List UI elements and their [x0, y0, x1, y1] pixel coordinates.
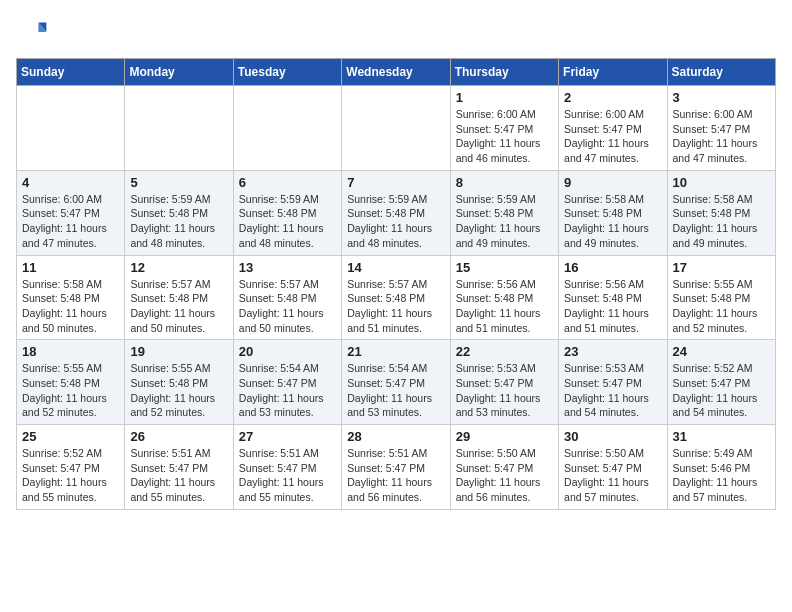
day-number: 3	[673, 90, 770, 105]
calendar-cell: 18Sunrise: 5:55 AM Sunset: 5:48 PM Dayli…	[17, 340, 125, 425]
day-info: Sunrise: 6:00 AM Sunset: 5:47 PM Dayligh…	[456, 107, 553, 166]
day-number: 11	[22, 260, 119, 275]
weekday-header-sunday: Sunday	[17, 59, 125, 86]
day-info: Sunrise: 5:51 AM Sunset: 5:47 PM Dayligh…	[239, 446, 336, 505]
day-info: Sunrise: 5:51 AM Sunset: 5:47 PM Dayligh…	[347, 446, 444, 505]
calendar-cell: 16Sunrise: 5:56 AM Sunset: 5:48 PM Dayli…	[559, 255, 667, 340]
day-info: Sunrise: 5:55 AM Sunset: 5:48 PM Dayligh…	[130, 361, 227, 420]
day-number: 9	[564, 175, 661, 190]
calendar-cell	[17, 86, 125, 171]
week-row-3: 11Sunrise: 5:58 AM Sunset: 5:48 PM Dayli…	[17, 255, 776, 340]
day-info: Sunrise: 5:50 AM Sunset: 5:47 PM Dayligh…	[456, 446, 553, 505]
calendar-cell: 7Sunrise: 5:59 AM Sunset: 5:48 PM Daylig…	[342, 170, 450, 255]
day-info: Sunrise: 5:58 AM Sunset: 5:48 PM Dayligh…	[564, 192, 661, 251]
week-row-5: 25Sunrise: 5:52 AM Sunset: 5:47 PM Dayli…	[17, 425, 776, 510]
day-info: Sunrise: 5:55 AM Sunset: 5:48 PM Dayligh…	[673, 277, 770, 336]
day-number: 30	[564, 429, 661, 444]
weekday-header-row: SundayMondayTuesdayWednesdayThursdayFrid…	[17, 59, 776, 86]
calendar-cell: 8Sunrise: 5:59 AM Sunset: 5:48 PM Daylig…	[450, 170, 558, 255]
day-number: 10	[673, 175, 770, 190]
calendar-cell: 24Sunrise: 5:52 AM Sunset: 5:47 PM Dayli…	[667, 340, 775, 425]
day-number: 12	[130, 260, 227, 275]
day-number: 24	[673, 344, 770, 359]
day-number: 14	[347, 260, 444, 275]
day-info: Sunrise: 5:53 AM Sunset: 5:47 PM Dayligh…	[564, 361, 661, 420]
calendar-cell: 31Sunrise: 5:49 AM Sunset: 5:46 PM Dayli…	[667, 425, 775, 510]
day-info: Sunrise: 5:58 AM Sunset: 5:48 PM Dayligh…	[673, 192, 770, 251]
day-info: Sunrise: 5:58 AM Sunset: 5:48 PM Dayligh…	[22, 277, 119, 336]
calendar-cell: 19Sunrise: 5:55 AM Sunset: 5:48 PM Dayli…	[125, 340, 233, 425]
day-info: Sunrise: 5:53 AM Sunset: 5:47 PM Dayligh…	[456, 361, 553, 420]
day-number: 29	[456, 429, 553, 444]
calendar-cell: 27Sunrise: 5:51 AM Sunset: 5:47 PM Dayli…	[233, 425, 341, 510]
day-number: 8	[456, 175, 553, 190]
calendar-cell: 10Sunrise: 5:58 AM Sunset: 5:48 PM Dayli…	[667, 170, 775, 255]
calendar-cell: 12Sunrise: 5:57 AM Sunset: 5:48 PM Dayli…	[125, 255, 233, 340]
day-info: Sunrise: 6:00 AM Sunset: 5:47 PM Dayligh…	[673, 107, 770, 166]
calendar-cell: 4Sunrise: 6:00 AM Sunset: 5:47 PM Daylig…	[17, 170, 125, 255]
day-number: 26	[130, 429, 227, 444]
calendar-cell	[342, 86, 450, 171]
calendar-cell	[125, 86, 233, 171]
day-number: 25	[22, 429, 119, 444]
week-row-2: 4Sunrise: 6:00 AM Sunset: 5:47 PM Daylig…	[17, 170, 776, 255]
calendar-cell: 3Sunrise: 6:00 AM Sunset: 5:47 PM Daylig…	[667, 86, 775, 171]
day-info: Sunrise: 5:54 AM Sunset: 5:47 PM Dayligh…	[239, 361, 336, 420]
day-info: Sunrise: 5:59 AM Sunset: 5:48 PM Dayligh…	[130, 192, 227, 251]
calendar-cell: 9Sunrise: 5:58 AM Sunset: 5:48 PM Daylig…	[559, 170, 667, 255]
weekday-header-friday: Friday	[559, 59, 667, 86]
calendar-cell	[233, 86, 341, 171]
day-number: 27	[239, 429, 336, 444]
calendar-cell: 28Sunrise: 5:51 AM Sunset: 5:47 PM Dayli…	[342, 425, 450, 510]
day-number: 13	[239, 260, 336, 275]
day-number: 23	[564, 344, 661, 359]
day-info: Sunrise: 5:59 AM Sunset: 5:48 PM Dayligh…	[239, 192, 336, 251]
calendar-cell: 14Sunrise: 5:57 AM Sunset: 5:48 PM Dayli…	[342, 255, 450, 340]
day-number: 18	[22, 344, 119, 359]
calendar-cell: 21Sunrise: 5:54 AM Sunset: 5:47 PM Dayli…	[342, 340, 450, 425]
calendar-cell: 29Sunrise: 5:50 AM Sunset: 5:47 PM Dayli…	[450, 425, 558, 510]
day-number: 22	[456, 344, 553, 359]
day-number: 7	[347, 175, 444, 190]
day-info: Sunrise: 5:56 AM Sunset: 5:48 PM Dayligh…	[456, 277, 553, 336]
day-info: Sunrise: 5:59 AM Sunset: 5:48 PM Dayligh…	[347, 192, 444, 251]
logo-icon	[16, 16, 48, 48]
day-number: 6	[239, 175, 336, 190]
calendar-cell: 23Sunrise: 5:53 AM Sunset: 5:47 PM Dayli…	[559, 340, 667, 425]
page-header	[16, 16, 776, 48]
day-info: Sunrise: 5:50 AM Sunset: 5:47 PM Dayligh…	[564, 446, 661, 505]
day-number: 21	[347, 344, 444, 359]
day-info: Sunrise: 5:52 AM Sunset: 5:47 PM Dayligh…	[22, 446, 119, 505]
day-info: Sunrise: 5:55 AM Sunset: 5:48 PM Dayligh…	[22, 361, 119, 420]
week-row-1: 1Sunrise: 6:00 AM Sunset: 5:47 PM Daylig…	[17, 86, 776, 171]
day-info: Sunrise: 5:59 AM Sunset: 5:48 PM Dayligh…	[456, 192, 553, 251]
day-number: 31	[673, 429, 770, 444]
day-info: Sunrise: 5:49 AM Sunset: 5:46 PM Dayligh…	[673, 446, 770, 505]
calendar-cell: 20Sunrise: 5:54 AM Sunset: 5:47 PM Dayli…	[233, 340, 341, 425]
day-number: 2	[564, 90, 661, 105]
day-number: 17	[673, 260, 770, 275]
day-number: 4	[22, 175, 119, 190]
day-info: Sunrise: 5:56 AM Sunset: 5:48 PM Dayligh…	[564, 277, 661, 336]
calendar-cell: 2Sunrise: 6:00 AM Sunset: 5:47 PM Daylig…	[559, 86, 667, 171]
week-row-4: 18Sunrise: 5:55 AM Sunset: 5:48 PM Dayli…	[17, 340, 776, 425]
day-info: Sunrise: 5:57 AM Sunset: 5:48 PM Dayligh…	[239, 277, 336, 336]
day-number: 1	[456, 90, 553, 105]
logo	[16, 16, 52, 48]
calendar-cell: 5Sunrise: 5:59 AM Sunset: 5:48 PM Daylig…	[125, 170, 233, 255]
calendar-cell: 30Sunrise: 5:50 AM Sunset: 5:47 PM Dayli…	[559, 425, 667, 510]
day-number: 16	[564, 260, 661, 275]
weekday-header-tuesday: Tuesday	[233, 59, 341, 86]
day-info: Sunrise: 6:00 AM Sunset: 5:47 PM Dayligh…	[564, 107, 661, 166]
day-info: Sunrise: 5:57 AM Sunset: 5:48 PM Dayligh…	[130, 277, 227, 336]
day-info: Sunrise: 5:51 AM Sunset: 5:47 PM Dayligh…	[130, 446, 227, 505]
day-number: 5	[130, 175, 227, 190]
day-info: Sunrise: 5:57 AM Sunset: 5:48 PM Dayligh…	[347, 277, 444, 336]
weekday-header-monday: Monday	[125, 59, 233, 86]
calendar-cell: 6Sunrise: 5:59 AM Sunset: 5:48 PM Daylig…	[233, 170, 341, 255]
day-info: Sunrise: 5:52 AM Sunset: 5:47 PM Dayligh…	[673, 361, 770, 420]
weekday-header-wednesday: Wednesday	[342, 59, 450, 86]
calendar-cell: 15Sunrise: 5:56 AM Sunset: 5:48 PM Dayli…	[450, 255, 558, 340]
day-info: Sunrise: 6:00 AM Sunset: 5:47 PM Dayligh…	[22, 192, 119, 251]
day-number: 15	[456, 260, 553, 275]
